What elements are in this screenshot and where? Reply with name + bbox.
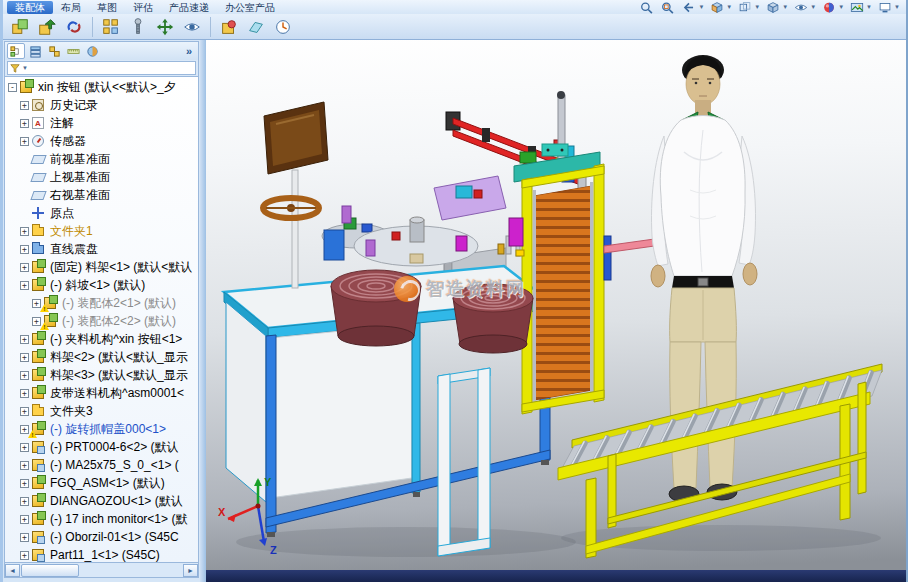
scrollbar-track[interactable]	[20, 564, 183, 577]
expand-icon[interactable]: +	[20, 281, 29, 290]
expand-icon[interactable]: +	[20, 497, 29, 506]
command-tab[interactable]: 装配体	[7, 1, 53, 14]
control-monitor[interactable]	[264, 102, 328, 288]
filter-caret-icon[interactable]: ▼	[22, 65, 28, 71]
graphics-viewport[interactable]: 智造资料网 X Y Z	[206, 40, 906, 582]
view-settings-icon[interactable]: ▼	[875, 0, 902, 14]
mate-icon[interactable]	[62, 15, 86, 38]
dimxpert-tab[interactable]	[64, 43, 82, 59]
command-tab[interactable]: 布局	[53, 1, 89, 14]
assembly-features-icon[interactable]	[217, 15, 241, 38]
tree-item[interactable]: 原点	[5, 204, 198, 222]
display-manager-tab[interactable]	[83, 43, 101, 59]
command-tab[interactable]: 产品速递	[161, 1, 217, 14]
tree-item[interactable]: +Part11_1<1> (S45C)	[5, 546, 198, 563]
tree-item[interactable]: +(-) 斜坡<1> (默认)	[5, 276, 198, 294]
tree-item[interactable]: +直线震盘	[5, 240, 198, 258]
expand-icon[interactable]: +	[20, 389, 29, 398]
expand-icon[interactable]: +	[20, 119, 29, 128]
tree-item[interactable]: 上视基准面	[5, 168, 198, 186]
tree-item[interactable]: +料架<2> (默认<默认_显示	[5, 348, 198, 366]
dropdown-caret-icon[interactable]: ▼	[838, 4, 844, 10]
tree-item[interactable]: +文件夹3	[5, 402, 198, 420]
expand-icon[interactable]: +	[32, 317, 41, 326]
support-frame[interactable]	[438, 368, 490, 556]
tree-item[interactable]: +(-) 夹料机构^xin 按钮<1>	[5, 330, 198, 348]
dropdown-caret-icon[interactable]: ▼	[866, 4, 872, 10]
zoom-to-fit-icon[interactable]	[637, 0, 657, 14]
display-style-icon[interactable]: ▼	[763, 0, 790, 14]
reference-geometry-icon[interactable]	[244, 15, 268, 38]
configuration-manager-tab[interactable]	[45, 43, 63, 59]
collapse-icon[interactable]: -	[8, 83, 17, 92]
expand-icon[interactable]: +	[20, 263, 29, 272]
scrollbar-thumb[interactable]	[21, 564, 79, 577]
expand-icon[interactable]: +	[20, 479, 29, 488]
linear-component-pattern-icon[interactable]	[99, 15, 123, 38]
section-view-icon[interactable]: ▼	[707, 0, 734, 14]
apply-scene-icon[interactable]: ▼	[847, 0, 874, 14]
tree-item[interactable]: +(-) 旋转抓帽盖000<1>	[5, 420, 198, 438]
tree-filter-box[interactable]: ▼	[7, 61, 196, 75]
edit-appearance-icon[interactable]: ▼	[819, 0, 846, 14]
edit-component-icon[interactable]	[8, 15, 32, 38]
tree-item[interactable]: +FGQ_ASM<1> (默认)	[5, 474, 198, 492]
new-motion-study-icon[interactable]	[271, 15, 295, 38]
zoom-to-area-icon[interactable]	[658, 0, 678, 14]
blue-box[interactable]	[324, 230, 344, 260]
tree-item[interactable]: +DIANGAOZOU<1> (默认	[5, 492, 198, 510]
vibration-bowl-2[interactable]	[453, 284, 533, 353]
tree-item[interactable]: +(-) MA25x75_S_0_<1> (	[5, 456, 198, 474]
tree-item[interactable]: +历史记录	[5, 96, 198, 114]
tree-item[interactable]: 右视基准面	[5, 186, 198, 204]
dropdown-caret-icon[interactable]: ▼	[810, 4, 816, 10]
expand-icon[interactable]: +	[20, 371, 29, 380]
expand-icon[interactable]: +	[20, 407, 29, 416]
expand-icon[interactable]: +	[20, 443, 29, 452]
magazine-rack[interactable]	[509, 91, 678, 414]
expand-icon[interactable]: +	[20, 533, 29, 542]
tree-item[interactable]: +(-) 装配体2<1> (默认)	[5, 294, 198, 312]
vibration-bowl-1[interactable]	[331, 270, 421, 346]
tree-item[interactable]: +传感器	[5, 132, 198, 150]
expand-icon[interactable]: +	[20, 353, 29, 362]
tree-filter-input[interactable]	[30, 63, 193, 74]
expand-icon[interactable]: +	[20, 551, 29, 560]
scroll-left-arrow-icon[interactable]: ◄	[5, 564, 20, 577]
dropdown-caret-icon[interactable]: ▼	[894, 4, 900, 10]
scroll-right-arrow-icon[interactable]: ►	[183, 564, 198, 577]
tree-item[interactable]: +皮带送料机构^asm0001<	[5, 384, 198, 402]
view-orientation-icon[interactable]: ▼	[735, 0, 762, 14]
dropdown-caret-icon[interactable]: ▼	[726, 4, 732, 10]
feature-manager-tab[interactable]	[7, 43, 25, 59]
dropdown-caret-icon[interactable]: ▼	[782, 4, 788, 10]
dropdown-caret-icon[interactable]: ▼	[754, 4, 760, 10]
expand-icon[interactable]: +	[20, 425, 29, 434]
tree-item[interactable]: +料架<3> (默认<默认_显示	[5, 366, 198, 384]
previous-view-icon[interactable]: ▼	[679, 0, 706, 14]
panel-horizontal-scrollbar[interactable]: ◄ ►	[4, 563, 199, 578]
command-tab[interactable]: 草图	[89, 1, 125, 14]
insert-component-icon[interactable]	[35, 15, 59, 38]
expand-icon[interactable]: +	[32, 299, 41, 308]
tree-item[interactable]: +(-) Oborzil-01<1> (S45C	[5, 528, 198, 546]
expand-icon[interactable]: +	[20, 227, 29, 236]
tree-item[interactable]: -xin 按钮 (默认<<默认>_夕	[5, 78, 198, 96]
dropdown-caret-icon[interactable]: ▼	[698, 4, 704, 10]
tree-item[interactable]: +(-) 装配体2<2> (默认)	[5, 312, 198, 330]
panel-collapse-chevron[interactable]: »	[182, 45, 196, 57]
hide-show-items-icon[interactable]: ▼	[791, 0, 818, 14]
tree-item[interactable]: +(-) 17 inch monitor<1> (默	[5, 510, 198, 528]
tree-item[interactable]: +注解	[5, 114, 198, 132]
expand-icon[interactable]: +	[20, 137, 29, 146]
tree-item[interactable]: 前视基准面	[5, 150, 198, 168]
expand-icon[interactable]: +	[20, 101, 29, 110]
expand-icon[interactable]: +	[20, 245, 29, 254]
expand-icon[interactable]: +	[20, 335, 29, 344]
expand-icon[interactable]: +	[20, 461, 29, 470]
tree-item[interactable]: +(-) PRT0004-6<2> (默认	[5, 438, 198, 456]
tree-item[interactable]: +文件夹1	[5, 222, 198, 240]
show-hidden-components-icon[interactable]	[180, 15, 204, 38]
command-tab[interactable]: 办公室产品	[217, 1, 283, 14]
expand-icon[interactable]: +	[20, 515, 29, 524]
